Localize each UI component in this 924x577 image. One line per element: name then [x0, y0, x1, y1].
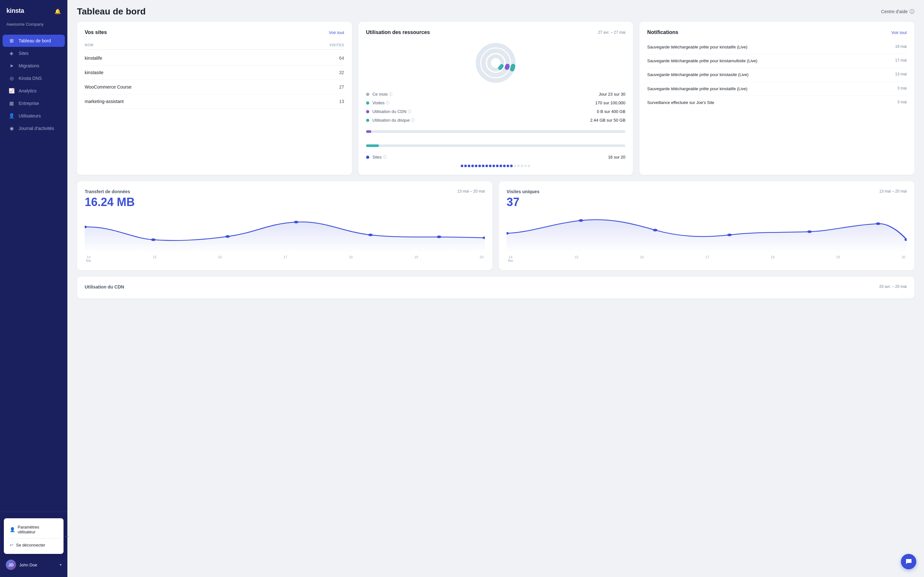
dot [471, 164, 474, 167]
table-row[interactable]: WooCommerce Course 27 [85, 80, 344, 94]
notifications-voir-tout-link[interactable]: Voir tout [891, 30, 907, 35]
help-icon: ⓘ [910, 9, 914, 15]
chart-label: 19 [836, 255, 840, 263]
data-transfer-value: 16.24 MB [85, 195, 485, 209]
users-icon: 👤 [8, 113, 15, 119]
svg-point-8 [151, 239, 156, 241]
sites-card-header: Vos sites Voir tout [85, 29, 344, 35]
sites-voir-tout-link[interactable]: Voir tout [329, 30, 344, 35]
site-name: marketing-assistant [85, 99, 124, 104]
sidebar-item-sites[interactable]: ◈ Sites [3, 47, 65, 60]
info-icon[interactable]: ⓘ [386, 100, 390, 105]
chart-x-labels: 14 Mai 15 16 17 18 19 20 [507, 255, 907, 263]
sidebar-item-entreprise[interactable]: ▦ Entreprise [3, 97, 65, 110]
user-settings-item[interactable]: 👤 Paramètres utilisateur [8, 522, 60, 537]
table-row[interactable]: kinstasite 32 [85, 66, 344, 80]
site-name: kinstasite [85, 70, 103, 75]
charts-row: Transfert de données 13 mai – 20 mai 16.… [68, 181, 924, 277]
site-visits: 13 [339, 99, 344, 104]
notifications-card: Notifications Voir tout Sauvegarde téléc… [639, 22, 914, 175]
data-transfer-header: Transfert de données 13 mai – 20 mai [85, 189, 485, 194]
col-name-label: NOM [85, 43, 93, 47]
svg-point-10 [294, 221, 298, 223]
col-visits-label: VISITES [330, 43, 344, 47]
svg-point-17 [727, 234, 732, 236]
dot [478, 164, 481, 167]
data-transfer-title: Transfert de données [85, 189, 130, 194]
notification-bell-icon[interactable]: 🔔 [55, 8, 61, 15]
notification-text: Sauvegarde téléchargeable prête pour kin… [647, 58, 891, 64]
list-item: Sauvegarde téléchargeable prête pour kin… [647, 68, 907, 82]
help-center-link[interactable]: Centre d'aide ⓘ [881, 9, 914, 15]
dot [485, 164, 488, 167]
user-profile[interactable]: JD John Doe ▾ [0, 556, 68, 573]
chart-label: 16 [218, 255, 222, 263]
notification-date: 17 mai [895, 58, 907, 63]
resource-value: 170 sur 100,000 [595, 100, 625, 105]
svg-point-19 [876, 222, 881, 225]
resource-list: Ce mois ⓘ Jour 23 sur 30 Visites ⓘ 170 s… [366, 92, 626, 167]
sidebar-item-tableau-de-bord[interactable]: ⊞ Tableau de bord [3, 35, 65, 47]
resource-label: Utilisation du CDN ⓘ [372, 109, 594, 114]
chart-label: 15 [153, 255, 156, 263]
popup-divider [8, 538, 60, 538]
chart-label: 17 [705, 255, 709, 263]
chart-label: 14 Mai [508, 255, 513, 263]
dot [507, 164, 509, 167]
notifications-card-header: Notifications Voir tout [647, 29, 907, 35]
site-visits: 27 [339, 84, 344, 90]
dot [461, 164, 463, 167]
sidebar-item-utilisateurs[interactable]: 👤 Utilisateurs [3, 110, 65, 122]
sidebar-item-journal[interactable]: ◉ Journal d'activités [3, 122, 65, 134]
top-cards-row: Vos sites Voir tout NOM VISITES kinstali… [68, 22, 924, 181]
resource-dot [366, 102, 369, 105]
notification-text: Sauvegarde téléchargeable prête pour kin… [647, 44, 891, 50]
sidebar-item-migrations[interactable]: ➤ Migrations [3, 60, 65, 72]
info-icon[interactable]: ⓘ [383, 155, 386, 160]
resource-dot [366, 110, 369, 113]
chart-label: 20 [480, 255, 483, 263]
sites-table: NOM VISITES kinstalife 64 kinstasite 32 … [85, 40, 344, 109]
dot [468, 164, 470, 167]
sidebar-label-entreprise: Entreprise [19, 101, 39, 106]
info-icon[interactable]: ⓘ [408, 109, 411, 114]
chat-button[interactable] [901, 554, 916, 569]
resource-label: Sites ⓘ [372, 155, 605, 160]
sidebar-item-analytics[interactable]: 📈 Analytics [3, 85, 65, 97]
dashboard-icon: ⊞ [8, 38, 15, 44]
notification-text: Sauvegarde téléchargeable prête pour kin… [647, 86, 893, 92]
svg-text:kinsta: kinsta [6, 7, 24, 14]
table-row[interactable]: marketing-assistant 13 [85, 94, 344, 109]
resource-dot [366, 156, 369, 159]
list-item: Sauvegarde téléchargeable prête pour kin… [647, 82, 907, 96]
logout-label: Se déconnecter [16, 543, 45, 548]
main-header: Tableau de bord Centre d'aide ⓘ [68, 0, 924, 22]
sites-dots [366, 164, 626, 167]
dot [475, 164, 477, 167]
notification-text: Sauvegarde téléchargeable prête pour kin… [647, 72, 891, 78]
sidebar-label-sites: Sites [19, 51, 29, 56]
sidebar-header: kinsta 🔔 [0, 0, 68, 21]
sidebar-label-migrations: Migrations [19, 63, 39, 68]
unique-visits-value: 37 [507, 195, 907, 209]
progress-fill [366, 144, 379, 147]
list-item: Surveillance effectuée sur Joe's Site 3 … [647, 96, 907, 110]
table-row[interactable]: kinstalife 64 [85, 51, 344, 66]
svg-point-12 [437, 235, 441, 238]
help-center-label: Centre d'aide [881, 9, 908, 14]
transfer-line-chart [85, 214, 485, 253]
info-icon[interactable]: ⓘ [389, 92, 393, 97]
sidebar-item-kinsta-dns[interactable]: ◎ Kinsta DNS [3, 72, 65, 84]
chart-label: 20 [901, 255, 905, 263]
resources-card: Utilisation des ressources 27 avr. – 27 … [358, 22, 633, 175]
progress-track [366, 130, 626, 133]
chart-label: 19 [414, 255, 418, 263]
logout-item[interactable]: ↩ Se déconnecter [8, 540, 60, 550]
info-icon[interactable]: ⓘ [411, 118, 415, 122]
dot [521, 164, 523, 167]
sidebar-label-utilisateurs: Utilisateurs [19, 113, 41, 118]
resources-date-range: 27 avr. – 27 mai [598, 30, 625, 35]
sidebar-label-analytics: Analytics [19, 88, 37, 93]
user-settings-icon: 👤 [10, 527, 15, 532]
dot [499, 164, 502, 167]
